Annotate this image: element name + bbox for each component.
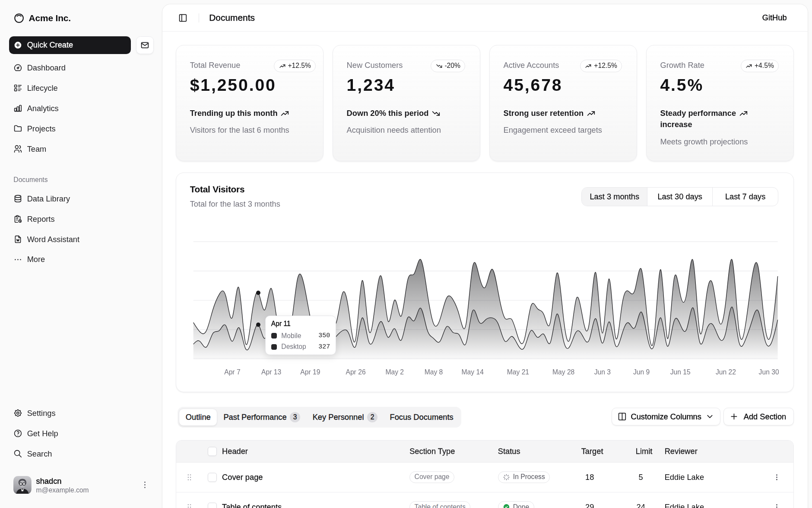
svg-text:Apr 7: Apr 7 bbox=[225, 369, 241, 376]
svg-text:Jun 3: Jun 3 bbox=[594, 369, 611, 376]
svg-text:Apr 13: Apr 13 bbox=[261, 369, 281, 376]
svg-text:May 14: May 14 bbox=[462, 369, 484, 376]
svg-text:Apr 26: Apr 26 bbox=[346, 369, 366, 376]
svg-text:Jun 22: Jun 22 bbox=[716, 369, 736, 376]
svg-text:Apr 19: Apr 19 bbox=[301, 369, 320, 376]
svg-text:May 2: May 2 bbox=[386, 369, 404, 376]
svg-text:Jun 30: Jun 30 bbox=[759, 369, 779, 376]
svg-text:May 28: May 28 bbox=[552, 369, 575, 376]
svg-text:Jun 9: Jun 9 bbox=[633, 369, 650, 376]
svg-text:Jun 15: Jun 15 bbox=[670, 369, 691, 376]
svg-text:May 21: May 21 bbox=[507, 369, 529, 376]
svg-text:May 8: May 8 bbox=[425, 369, 443, 376]
